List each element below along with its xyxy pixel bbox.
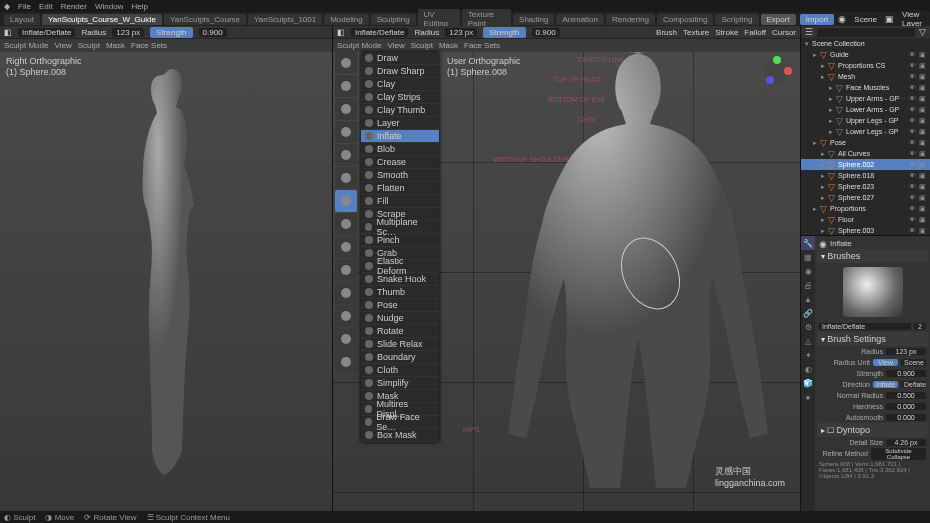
ws-tab[interactable]: YanSculpts_Course_W_Guide: [42, 14, 162, 25]
brush-item[interactable]: Draw: [361, 52, 439, 65]
brush-thumbnail[interactable]: [843, 267, 903, 317]
editor-icon[interactable]: ◧: [4, 28, 12, 37]
brush-item[interactable]: Clay Strips: [361, 91, 439, 104]
brushes-header[interactable]: ▾ Brushes: [817, 249, 928, 263]
outliner-item[interactable]: ▸▽Sphere.023👁▣: [801, 181, 930, 192]
dyntopo-header[interactable]: ▸ ☐ Dyntopo: [817, 423, 928, 437]
tool-button[interactable]: [335, 121, 357, 143]
menu-help[interactable]: Help: [131, 2, 147, 11]
hdr-brush[interactable]: Brush: [656, 28, 677, 37]
strength-field[interactable]: 0.900: [199, 28, 227, 37]
tb-facesets[interactable]: Face Sets: [464, 41, 500, 50]
brush-item[interactable]: Blob: [361, 143, 439, 156]
scene-field[interactable]: Scene: [850, 15, 881, 24]
ws-tab[interactable]: Modeling: [324, 14, 368, 25]
filter-icon[interactable]: ▽: [919, 27, 926, 37]
brush-item[interactable]: Nudge: [361, 312, 439, 325]
ws-tab[interactable]: YanSculpts_1001: [248, 14, 322, 25]
ws-tab[interactable]: Scripting: [715, 14, 758, 25]
mode-select[interactable]: Sculpt Mode: [337, 41, 381, 50]
brush-item[interactable]: Clay Thumb: [361, 104, 439, 117]
auto-value[interactable]: 0.000: [886, 414, 926, 421]
hdr-falloff[interactable]: Falloff: [744, 28, 766, 37]
tool-button[interactable]: [335, 190, 357, 212]
nrad-value[interactable]: 0.500: [886, 392, 926, 399]
left-viewport[interactable]: ◧ Inflate/Deflate Radius 123 px Strength…: [0, 26, 333, 523]
editor-icon[interactable]: ◧: [337, 28, 345, 37]
strength-label[interactable]: Strength: [483, 27, 525, 38]
main-viewport[interactable]: ◧ Inflate/Deflate Radius 123 px Strength…: [333, 26, 800, 523]
tool-button[interactable]: [335, 236, 357, 258]
menu-edit[interactable]: Edit: [39, 2, 53, 11]
ws-tab[interactable]: Sculpting: [371, 14, 416, 25]
prop-tab[interactable]: ▦: [801, 250, 815, 264]
hdr-stroke[interactable]: Stroke: [715, 28, 738, 37]
outliner-item[interactable]: ▸▽Proportions👁▣: [801, 203, 930, 214]
radius-value[interactable]: 123 px: [886, 348, 926, 355]
outliner-item[interactable]: ▸▽Guide👁▣: [801, 49, 930, 60]
outliner-item[interactable]: ▸▽All Curves👁▣: [801, 148, 930, 159]
ws-tab[interactable]: Rendering: [606, 14, 655, 25]
export-button[interactable]: Export: [761, 14, 796, 25]
detail-value[interactable]: 4.26 px: [886, 439, 926, 446]
dir-deflate[interactable]: Deflate: [901, 381, 926, 388]
outliner-item[interactable]: ▸▽Lower Legs - GP👁▣: [801, 126, 930, 137]
tb-view[interactable]: View: [387, 41, 404, 50]
brush-item[interactable]: Cloth: [361, 364, 439, 377]
strength-label[interactable]: Strength: [150, 27, 192, 38]
outliner-search[interactable]: [817, 28, 915, 37]
prop-tab[interactable]: ✦: [801, 348, 815, 362]
brush-item[interactable]: Boundary: [361, 351, 439, 364]
brush-item[interactable]: Clay: [361, 78, 439, 91]
tool-button[interactable]: [335, 98, 357, 120]
outliner-item[interactable]: ▸▽Sphere.018👁▣: [801, 170, 930, 181]
brush-name[interactable]: Inflate/Deflate: [18, 28, 75, 37]
dir-inflate[interactable]: Inflate: [873, 381, 898, 388]
ws-tab[interactable]: Layout: [4, 14, 40, 25]
brush-item[interactable]: Layer: [361, 117, 439, 130]
tb-sculpt[interactable]: Sculpt: [78, 41, 100, 50]
refine-value[interactable]: Subdivide Collapse: [871, 448, 926, 460]
tool-button[interactable]: [335, 305, 357, 327]
brush-item[interactable]: Draw Sharp: [361, 65, 439, 78]
tb-view[interactable]: View: [54, 41, 71, 50]
mode-select[interactable]: Sculpt Mode: [4, 41, 48, 50]
tool-button[interactable]: [335, 52, 357, 74]
outliner-item[interactable]: ▸▽Lower Arms - GP👁▣: [801, 104, 930, 115]
ws-tab[interactable]: Animation: [556, 14, 604, 25]
outliner-item[interactable]: ▸▽Sphere.003👁▣: [801, 225, 930, 236]
brush-name[interactable]: Inflate/Deflate: [351, 28, 408, 37]
unit-view[interactable]: View: [873, 359, 898, 366]
brush-item[interactable]: Inflate: [361, 130, 439, 143]
prop-tab[interactable]: 🖨: [801, 278, 815, 292]
hard-value[interactable]: 0.000: [886, 403, 926, 410]
outliner-item[interactable]: ▸▽Sphere.002👁▣: [801, 159, 930, 170]
tool-button[interactable]: [335, 75, 357, 97]
outliner-item[interactable]: ▸▽Proportions CS👁▣: [801, 60, 930, 71]
brush-item[interactable]: Slide Relax: [361, 338, 439, 351]
tb-sculpt[interactable]: Sculpt: [411, 41, 433, 50]
ws-tab[interactable]: YanSculpts_Course: [164, 14, 246, 25]
tool-button[interactable]: [335, 213, 357, 235]
menu-file[interactable]: File: [18, 2, 31, 11]
menu-window[interactable]: Window: [95, 2, 123, 11]
brush-item[interactable]: Elastic Deform: [361, 260, 439, 273]
collection-root[interactable]: Scene Collection: [812, 40, 926, 47]
tool-button[interactable]: [335, 144, 357, 166]
brush-item[interactable]: Rotate: [361, 325, 439, 338]
menu-render[interactable]: Render: [61, 2, 87, 11]
nav-gizmo[interactable]: [762, 56, 792, 86]
tool-button[interactable]: [335, 328, 357, 350]
radius-field[interactable]: 123 px: [112, 28, 144, 37]
outliner-item[interactable]: ▸▽Upper Legs - GP👁▣: [801, 115, 930, 126]
radius-field[interactable]: 123 px: [445, 28, 477, 37]
outliner-item[interactable]: ▸▽Pose👁▣: [801, 137, 930, 148]
prop-tab[interactable]: 🔧: [801, 236, 815, 250]
prop-tab[interactable]: ⚙: [801, 320, 815, 334]
tb-mask[interactable]: Mask: [439, 41, 458, 50]
brush-name-field[interactable]: Inflate/Deflate: [819, 323, 911, 330]
unit-scene[interactable]: Scene: [901, 359, 926, 366]
outliner-item[interactable]: ▸▽Face Muscles👁▣: [801, 82, 930, 93]
tool-button[interactable]: [335, 259, 357, 281]
tool-button[interactable]: [335, 167, 357, 189]
